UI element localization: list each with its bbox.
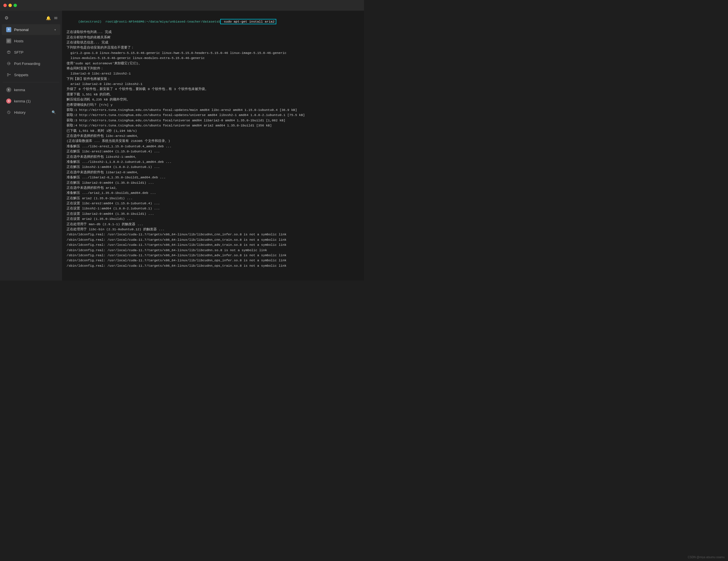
svg-rect-2 xyxy=(8,30,10,30)
terminal-first-line: (detectron2) root1@root1-NF5468M6:~/data… xyxy=(67,14,359,30)
hosts-icon xyxy=(6,38,11,43)
sidebar-top-icons: 🔔 ✉ xyxy=(46,16,58,20)
terminal-line: 正在处理用于 libc-bin (2.31-0ubuntu9.12) 的触发器 … xyxy=(67,227,359,232)
settings-icon[interactable]: ⚙ xyxy=(5,15,8,21)
terminal-line: 获取:3 http://mirrors.tuna.tsinghua.edu.cn… xyxy=(67,118,359,123)
mail-icon[interactable]: ✉ xyxy=(54,16,58,20)
port-forwarding-icon xyxy=(6,61,11,66)
terminal-line: libaria2-0 libc-ares2 libssh2-1 xyxy=(67,71,359,76)
terminal-line: 正在设置 libc-ares2:amd64 (1.15.0-1ubuntu0.4… xyxy=(67,201,359,206)
terminal-line: 获取:1 http://mirrors.tuna.tsinghua.edu.cn… xyxy=(67,107,359,113)
terminal-line: 准备解压 .../libssh2-1_1.8.0-2.1ubuntu0.1_am… xyxy=(67,159,359,164)
minimize-button[interactable] xyxy=(8,4,12,7)
terminal-line: 正在选中未选择的软件包 libc-ares2:amd64。 xyxy=(67,133,359,138)
terminal-line: 解压缩后会消耗 6,235 kB 的额外空间。 xyxy=(67,97,359,102)
terminal-line: 正在处理用于 man-db (2.9.1-1) 的触发器 ... xyxy=(67,222,359,227)
kenma1-avatar: ⚙ xyxy=(6,98,11,104)
terminal-line: /sbin/ldconfig.real: /usr/local/cuda-11.… xyxy=(67,263,359,268)
terminal-line: linux-modules-5.15.0-46-generic linux-mo… xyxy=(67,56,359,61)
terminal-line: /sbin/ldconfig.real: /usr/local/cuda-11.… xyxy=(67,232,359,237)
terminal-line: gir1.2-goa-1.0 linux-headers-5.15.0-46-g… xyxy=(67,50,359,56)
terminal-line: 正在分析软件包的依赖关系树 xyxy=(67,35,359,40)
terminal-line: 正在设置 libssh2-1:amd64 (1.8.0-2.1ubuntu0.1… xyxy=(67,206,359,211)
sftp-label: SFTP xyxy=(14,50,56,54)
terminal-line: 正在解压 libc-ares2:amd64 (1.15.0-1ubuntu0.4… xyxy=(67,149,359,154)
sidebar-item-kenma1[interactable]: ⚙ kenma (1) xyxy=(2,96,60,106)
terminal-prompt: (detectron2) root1@root1-NF5468M6:~/data… xyxy=(78,20,220,23)
terminal-line: 准备解压 .../libc-ares2_1.15.0-1ubuntu0.4_am… xyxy=(67,144,359,149)
kenma-label: kenma xyxy=(14,88,56,92)
main-layout: ⚙ 🔔 ✉ Personal ▾ xyxy=(0,11,364,280)
terminal-line: 正在解压 aria2 (1.35.0-1build1) ... xyxy=(67,196,359,201)
terminal-line: 获取:4 http://mirrors.tuna.tsinghua.edu.cn… xyxy=(67,123,359,128)
terminal-line: 下列【新】软件包将被安装： xyxy=(67,76,359,82)
sidebar: ⚙ 🔔 ✉ Personal ▾ xyxy=(0,11,62,280)
terminal-line: 准备解压 .../aria2_1.35.0-1build1_amd64.deb … xyxy=(67,190,359,195)
terminal[interactable]: (detectron2) root1@root1-NF5468M6:~/data… xyxy=(62,11,364,280)
personal-icon xyxy=(6,27,11,32)
kenma-avatar: k xyxy=(6,87,11,92)
snippets-icon xyxy=(6,72,11,77)
terminal-line: /sbin/ldconfig.real: /usr/local/cuda-11.… xyxy=(67,253,359,258)
sidebar-item-hosts[interactable]: Hosts xyxy=(2,36,60,46)
terminal-line: /sbin/ldconfig.real: /usr/local/cuda-11.… xyxy=(67,258,359,263)
snippets-label: Snippets xyxy=(14,73,56,77)
personal-label: Personal xyxy=(14,28,52,32)
svg-rect-6 xyxy=(8,41,9,42)
terminal-line: 已下载 1,551 kB，耗时 1秒 (1,194 kB/s) xyxy=(67,128,359,133)
terminal-line: 需要下载 1,551 kB 的归档。 xyxy=(67,92,359,97)
port-forwarding-label: Port Forwarding xyxy=(14,61,56,66)
svg-rect-5 xyxy=(8,41,10,41)
terminal-line: 使用'sudo apt autoremove'来卸载它(它们)。 xyxy=(67,61,359,66)
sidebar-item-history[interactable]: History 🔍 xyxy=(2,107,60,118)
sidebar-item-snippets[interactable]: Snippets xyxy=(2,69,60,80)
history-icon xyxy=(6,110,11,115)
traffic-lights xyxy=(3,4,17,7)
terminal-line: /sbin/ldconfig.real: /usr/local/cuda-11.… xyxy=(67,242,359,247)
svg-rect-4 xyxy=(8,40,10,41)
sidebar-item-sftp[interactable]: SFTP xyxy=(2,47,60,58)
terminal-line: 正在读取状态信息... 完成 xyxy=(67,40,359,45)
sidebar-item-kenma[interactable]: k kenma xyxy=(2,84,60,95)
terminal-line: 正在设置 aria2 (1.35.0-1build1) ... xyxy=(67,216,359,221)
bell-icon[interactable]: 🔔 xyxy=(46,16,51,20)
hosts-label: Hosts xyxy=(14,39,56,43)
terminal-line: /sbin/ldconfig.real: /usr/local/cuda-11.… xyxy=(67,237,359,242)
terminal-output: 正在读取软件包列表... 完成正在分析软件包的依赖关系树正在读取状态信息... … xyxy=(67,30,359,268)
svg-rect-1 xyxy=(8,29,10,29)
terminal-line: 正在解压 libaria2-0:amd64 (1.35.0-1build1) .… xyxy=(67,180,359,185)
terminal-line: 获取:2 http://mirrors.tuna.tsinghua.edu.cn… xyxy=(67,113,359,118)
terminal-line: 升级了 0 个软件包，新安装了 4 个软件包，要卸载 0 个软件包，有 3 个软… xyxy=(67,87,359,92)
chevron-down-icon: ▾ xyxy=(54,28,56,31)
terminal-line: 准备解压 .../libaria2-0_1.35.0-1build1_amd64… xyxy=(67,175,359,180)
history-search-icon[interactable]: 🔍 xyxy=(52,110,56,114)
sidebar-divider xyxy=(3,82,59,82)
sidebar-top: ⚙ 🔔 ✉ xyxy=(0,13,62,23)
kenma1-label: kenma (1) xyxy=(14,99,56,103)
terminal-line: 正在选中未选择的软件包 libaria2-0:amd64。 xyxy=(67,170,359,175)
terminal-line: 正在选中未选择的软件包 aria2。 xyxy=(67,185,359,190)
terminal-highlighted-cmd: sudo apt-get install aria2 xyxy=(220,19,276,24)
sidebar-item-personal[interactable]: Personal ▾ xyxy=(2,24,60,35)
terminal-line: (正在读取数据库 ... 系统当前共安装有 216305 个文件和目录。) xyxy=(67,138,359,144)
terminal-line: 正在解压 libssh2-1:amd64 (1.8.0-2.1ubuntu0.1… xyxy=(67,164,359,169)
terminal-line: 将会同时安装下列软件： xyxy=(67,66,359,71)
maximize-button[interactable] xyxy=(14,4,17,7)
terminal-line: 正在选中未选择的软件包 libssh2-1:amd64。 xyxy=(67,154,359,159)
sftp-icon xyxy=(6,50,11,55)
svg-rect-0 xyxy=(7,28,10,31)
history-row-left: History xyxy=(6,110,25,115)
close-button[interactable] xyxy=(3,4,7,7)
sidebar-item-port-forwarding[interactable]: Port Forwarding xyxy=(2,58,60,69)
terminal-line: aria2 libaria2-0 libc-ares2 libssh2-1 xyxy=(67,82,359,87)
terminal-line: 正在读取软件包列表... 完成 xyxy=(67,30,359,35)
history-label: History xyxy=(14,110,25,115)
terminal-line: 正在设置 libaria2-0:amd64 (1.35.0-1build1) .… xyxy=(67,211,359,216)
terminal-line: 您希望继续执行吗？ [Y/n] y xyxy=(67,102,359,107)
titlebar xyxy=(0,0,364,11)
terminal-line: /sbin/ldconfig.real: /usr/local/cuda-11.… xyxy=(67,248,359,253)
terminal-line: 下列软件包是自动安装的并且现在不需要了： xyxy=(67,45,359,50)
